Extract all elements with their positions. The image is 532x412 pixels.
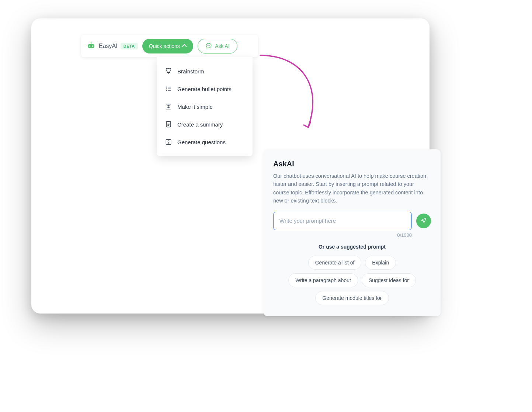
chip-explain[interactable]: Explain <box>365 256 396 270</box>
svg-point-13 <box>166 90 167 91</box>
dropdown-item-label: Create a summary <box>177 121 223 128</box>
dropdown-item-bullet-points[interactable]: Generate bullet points <box>157 80 253 98</box>
dropdown-item-label: Generate bullet points <box>177 86 232 92</box>
chevron-up-icon <box>181 44 187 49</box>
chat-icon <box>205 42 212 50</box>
svg-point-4 <box>92 45 93 47</box>
beta-badge: BETA <box>121 43 138 49</box>
dropdown-item-summary[interactable]: Create a summary <box>157 115 253 133</box>
suggested-chips: Generate a list of Explain Write a parag… <box>273 256 431 305</box>
quick-actions-label: Quick actions <box>149 43 180 49</box>
chip-write-paragraph[interactable]: Write a paragraph about <box>288 273 358 287</box>
svg-point-24 <box>168 143 169 144</box>
chip-generate-list[interactable]: Generate a list of <box>308 256 362 270</box>
chip-suggest-ideas[interactable]: Suggest ideas for <box>362 273 416 287</box>
character-count: 0/1000 <box>273 232 412 238</box>
dropdown-item-label: Make it simple <box>177 104 213 110</box>
svg-point-3 <box>89 45 91 47</box>
collapse-icon <box>165 103 172 110</box>
document-icon <box>165 121 172 128</box>
ask-ai-label: Ask AI <box>215 43 230 49</box>
robot-icon <box>86 41 96 51</box>
svg-point-6 <box>208 45 209 46</box>
askai-title: AskAI <box>273 160 431 168</box>
askai-panel: AskAI Our chatbot uses conversational AI… <box>264 149 441 316</box>
send-button[interactable] <box>416 214 431 228</box>
suggested-prompt-label: Or use a suggested prompt <box>273 244 431 250</box>
svg-point-5 <box>208 45 208 46</box>
brand: EasyAI BETA <box>86 41 138 51</box>
ask-ai-button[interactable]: Ask AI <box>198 39 237 53</box>
question-icon <box>165 138 172 146</box>
svg-rect-2 <box>88 44 94 48</box>
chip-module-titles[interactable]: Generate module titles for <box>315 291 389 305</box>
quick-actions-dropdown: Brainstorm Generate bullet points Make i… <box>157 57 253 156</box>
dropdown-item-make-simple[interactable]: Make it simple <box>157 98 253 115</box>
dropdown-item-brainstorm[interactable]: Brainstorm <box>157 62 253 80</box>
askai-description: Our chatbot uses conversational AI to he… <box>273 172 431 205</box>
quick-actions-button[interactable]: Quick actions <box>142 39 193 53</box>
svg-point-11 <box>166 87 167 88</box>
send-icon <box>420 217 427 225</box>
svg-line-10 <box>170 68 171 69</box>
dropdown-item-label: Generate questions <box>177 139 226 145</box>
prompt-input[interactable] <box>273 212 412 230</box>
dropdown-item-questions[interactable]: Generate questions <box>157 133 253 151</box>
prompt-row <box>273 212 431 230</box>
svg-point-12 <box>166 89 167 90</box>
brand-name: EasyAI <box>99 43 118 49</box>
svg-point-7 <box>209 45 210 46</box>
dropdown-item-label: Brainstorm <box>177 68 204 75</box>
easyai-toolbar: EasyAI BETA Quick actions Ask AI <box>81 35 258 57</box>
lightbulb-icon <box>165 67 172 75</box>
svg-line-9 <box>166 68 167 69</box>
bullet-list-icon <box>165 85 172 93</box>
